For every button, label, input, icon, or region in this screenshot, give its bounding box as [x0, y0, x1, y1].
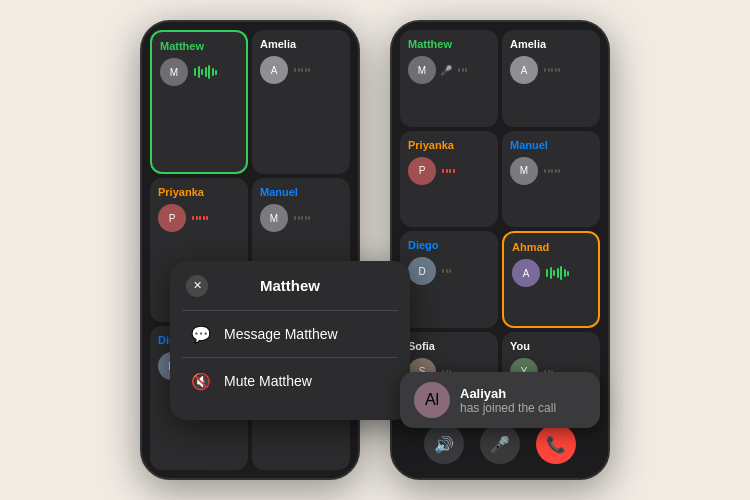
left-cell-matthew[interactable]: Matthew M	[150, 30, 248, 174]
right-name-amelia: Amelia	[510, 38, 546, 50]
left-avatar-row-manuel: M	[260, 204, 342, 232]
right-bars-ahmad	[546, 266, 569, 280]
left-avatar-matthew: M	[160, 58, 188, 86]
left-name-priyanka: Priyanka	[158, 186, 204, 198]
right-name-sofia: Sofia	[408, 340, 435, 352]
right-cell-diego[interactable]: Diego D	[400, 231, 498, 328]
toast-subtitle: has joined the call	[460, 401, 556, 415]
left-name-matthew: Matthew	[160, 40, 204, 52]
left-bars-amelia	[294, 68, 310, 72]
left-bars-manuel	[294, 216, 310, 220]
right-cell-matthew[interactable]: Matthew M 🎤	[400, 30, 498, 127]
overlay-close-button[interactable]: ✕	[186, 275, 208, 297]
overlay-menu: ✕ Matthew 💬 Message Matthew 🔇 Mute Matth…	[170, 261, 410, 420]
menu-item-message[interactable]: 💬 Message Matthew	[186, 311, 394, 357]
right-avatar-ahmad: A	[512, 259, 540, 287]
right-avatar-row-manuel: M	[510, 157, 592, 185]
toast-name: Aaliyah	[460, 386, 556, 401]
right-bars-amelia	[544, 68, 560, 72]
overlay-title: Matthew	[260, 277, 320, 294]
right-call-grid: Matthew M 🎤	[400, 30, 600, 410]
right-cell-manuel[interactable]: Manuel M	[502, 131, 600, 228]
menu-item-mute[interactable]: 🔇 Mute Matthew	[186, 358, 394, 404]
left-bars-priyanka	[192, 216, 208, 220]
right-name-matthew: Matthew	[408, 38, 452, 50]
right-name-you: You	[510, 340, 530, 352]
left-avatar-row-matthew: M	[160, 58, 238, 86]
right-bars-priyanka	[442, 169, 455, 173]
right-avatar-diego: D	[408, 257, 436, 285]
speaker-button[interactable]: 🔊	[424, 424, 464, 464]
right-bars-matthew	[458, 68, 467, 72]
menu-item-message-label: Message Matthew	[224, 326, 338, 342]
right-name-diego: Diego	[408, 239, 439, 251]
right-cell-priyanka[interactable]: Priyanka P	[400, 131, 498, 228]
right-cell-amelia[interactable]: Amelia A	[502, 30, 600, 127]
right-avatar-row-ahmad: A	[512, 259, 590, 287]
menu-item-mute-label: Mute Matthew	[224, 373, 312, 389]
right-avatar-manuel: M	[510, 157, 538, 185]
right-avatar-row-amelia: A	[510, 56, 592, 84]
right-bars-manuel	[544, 169, 560, 173]
mute-button[interactable]: 🎤	[480, 424, 520, 464]
right-avatar-row-diego: D	[408, 257, 490, 285]
right-phone-wrapper: Matthew M 🎤	[390, 20, 610, 480]
left-name-manuel: Manuel	[260, 186, 298, 198]
right-avatar-matthew: M	[408, 56, 436, 84]
left-bars-matthew	[194, 65, 217, 79]
left-avatar-row-priyanka: P	[158, 204, 240, 232]
notification-toast: Al Aaliyah has joined the call	[400, 372, 600, 428]
scene: Matthew M	[0, 0, 750, 500]
left-avatar-priyanka: P	[158, 204, 186, 232]
right-avatar-priyanka: P	[408, 157, 436, 185]
overlay-header: ✕ Matthew	[186, 277, 394, 294]
left-avatar-row-amelia: A	[260, 56, 342, 84]
toast-avatar: Al	[414, 382, 450, 418]
right-name-ahmad: Ahmad	[512, 241, 549, 253]
mute-icon: 🔇	[190, 370, 212, 392]
right-name-priyanka: Priyanka	[408, 139, 454, 151]
phones-container: Matthew M	[140, 20, 610, 480]
left-avatar-manuel: M	[260, 204, 288, 232]
message-icon: 💬	[190, 323, 212, 345]
left-avatar-amelia: A	[260, 56, 288, 84]
right-bars-diego	[442, 269, 451, 273]
right-avatar-row-matthew: M 🎤	[408, 56, 490, 84]
mute-indicator-matthew: 🎤	[440, 65, 452, 76]
left-cell-amelia[interactable]: Amelia A	[252, 30, 350, 174]
right-name-manuel: Manuel	[510, 139, 548, 151]
toast-text-block: Aaliyah has joined the call	[460, 386, 556, 415]
right-avatar-amelia: A	[510, 56, 538, 84]
end-call-button[interactable]: 📞	[536, 424, 576, 464]
left-name-amelia: Amelia	[260, 38, 296, 50]
left-phone-wrapper: Matthew M	[140, 20, 360, 480]
right-avatar-row-priyanka: P	[408, 157, 490, 185]
right-cell-ahmad[interactable]: Ahmad A	[502, 231, 600, 328]
